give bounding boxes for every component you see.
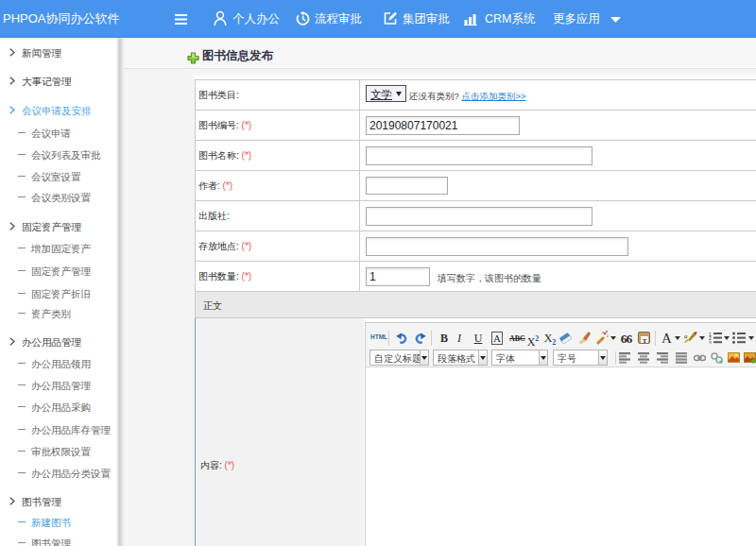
svg-text:3: 3 <box>709 340 712 345</box>
svg-text:T: T <box>643 337 647 345</box>
svg-text:a: a <box>684 333 688 340</box>
